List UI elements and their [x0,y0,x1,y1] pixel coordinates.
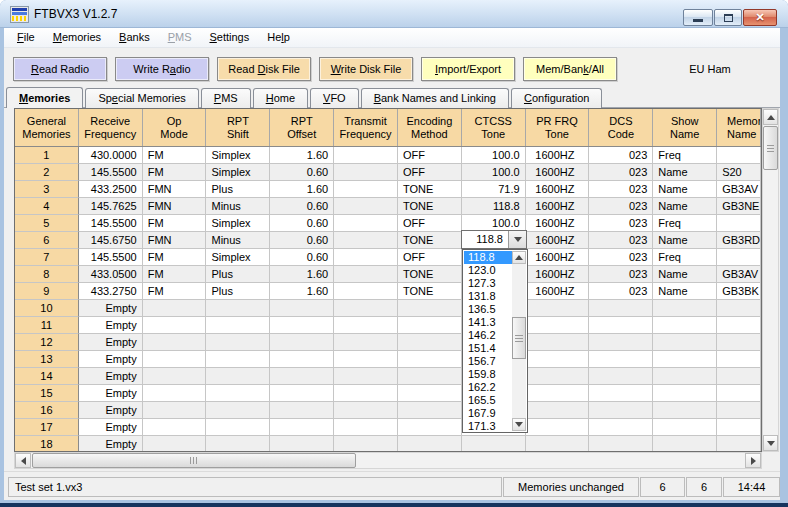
dropdown-option-162-2[interactable]: 162.2 [464,381,512,394]
dropdown-option-141-3[interactable]: 141.3 [464,316,512,329]
grid-cell[interactable]: Name [653,164,717,181]
grid-cell[interactable]: Empty [79,334,143,351]
dropdown-option-127-3[interactable]: 127.3 [464,277,512,290]
menu-file[interactable]: File [8,29,44,46]
grid-cell[interactable]: 023 [589,198,653,215]
grid-cell[interactable] [206,436,270,452]
grid-cell[interactable]: OFF [398,249,462,266]
grid-cell[interactable] [270,300,334,317]
grid-cell[interactable] [206,402,270,419]
grid-cell[interactable]: GB3NE [717,198,761,215]
row-number-cell[interactable]: 1 [15,147,79,164]
grid-cell[interactable]: 023 [589,147,653,164]
grid-cell[interactable] [398,402,462,419]
grid-cell[interactable] [270,436,334,452]
row-number-cell[interactable]: 9 [15,283,79,300]
grid-cell[interactable] [589,334,653,351]
grid-cell[interactable]: 1600HZ [526,283,590,300]
grid-cell[interactable]: 433.2750 [79,283,143,300]
grid-cell[interactable]: Name [653,181,717,198]
grid-cell[interactable] [206,317,270,334]
grid-cell[interactable]: Simplex [206,249,270,266]
grid-cell[interactable] [206,300,270,317]
grid-cell[interactable] [653,419,717,436]
grid-cell[interactable] [206,334,270,351]
grid-cell[interactable] [653,402,717,419]
dropdown-option-165-5[interactable]: 165.5 [464,394,512,407]
grid-cell[interactable]: 1600HZ [526,181,590,198]
grid-cell[interactable]: TONE [398,232,462,249]
grid-cell[interactable] [526,419,590,436]
dropdown-option-123-0[interactable]: 123.0 [464,264,512,277]
grid-cell[interactable]: Name [653,198,717,215]
grid-cell[interactable]: S20 [717,164,761,181]
grid-cell[interactable]: 145.7625 [79,198,143,215]
grid-cell[interactable]: 0.60 [270,215,334,232]
close-button[interactable]: ✕ [743,9,777,26]
dropdown-option-136-5[interactable]: 136.5 [464,303,512,316]
grid-cell[interactable] [143,402,207,419]
tab-home[interactable]: Home [253,88,308,108]
grid-cell[interactable]: OFF [398,164,462,181]
grid-cell[interactable]: 023 [589,215,653,232]
grid-cell[interactable] [653,300,717,317]
maximize-button[interactable] [714,9,742,26]
grid-cell[interactable] [589,317,653,334]
menu-memories[interactable]: Memories [44,29,110,46]
grid-cell[interactable] [270,385,334,402]
grid-cell[interactable] [334,215,398,232]
grid-cell[interactable]: 433.0500 [79,266,143,283]
grid-cell[interactable] [206,351,270,368]
grid-cell[interactable] [526,334,590,351]
row-number-cell[interactable]: 13 [15,351,79,368]
grid-cell[interactable] [653,334,717,351]
scroll-left-button[interactable] [15,453,31,468]
horizontal-scrollbar[interactable] [14,452,762,469]
menu-banks[interactable]: Banks [110,29,159,46]
grid-cell[interactable] [143,436,207,452]
tab-bank-names-and-linking[interactable]: Bank Names and Linking [361,88,509,108]
tab-special-memories[interactable]: Special Memories [85,88,198,108]
grid-cell[interactable] [589,300,653,317]
grid-cell[interactable] [589,385,653,402]
grid-cell[interactable]: FM [143,283,207,300]
grid-cell[interactable] [270,317,334,334]
grid-cell[interactable] [589,368,653,385]
grid-cell[interactable]: Freq [653,215,717,232]
grid-cell[interactable] [398,436,462,452]
grid-cell[interactable] [526,368,590,385]
grid-cell[interactable] [334,164,398,181]
title-bar[interactable]: FTBVX3 V1.2.7 ✕ [0,0,788,28]
grid-cell[interactable]: FM [143,249,207,266]
grid-cell[interactable] [717,249,761,266]
grid-cell[interactable] [206,368,270,385]
grid-cell[interactable]: TONE [398,266,462,283]
tab-vfo[interactable]: VFO [310,88,359,108]
grid-cell[interactable]: 023 [589,266,653,283]
row-number-cell[interactable]: 10 [15,300,79,317]
grid-cell[interactable] [526,402,590,419]
grid-cell[interactable] [334,198,398,215]
grid-cell[interactable] [270,402,334,419]
menu-help[interactable]: Help [258,29,299,46]
tab-pms[interactable]: PMS [201,88,251,108]
grid-cell[interactable]: Empty [79,317,143,334]
grid-cell[interactable] [398,385,462,402]
grid-cell[interactable] [717,147,761,164]
grid-cell[interactable]: Simplex [206,215,270,232]
grid-cell[interactable]: 430.0000 [79,147,143,164]
row-number-cell[interactable]: 15 [15,385,79,402]
import-export-button[interactable]: Import/Export [421,57,515,81]
row-number-cell[interactable]: 6 [15,232,79,249]
grid-cell[interactable] [334,385,398,402]
grid-cell[interactable]: Empty [79,300,143,317]
grid-cell[interactable]: 433.2500 [79,181,143,198]
grid-cell[interactable] [717,419,761,436]
grid-cell[interactable] [526,300,590,317]
grid-cell[interactable] [334,249,398,266]
grid-cell[interactable] [334,334,398,351]
grid-cell[interactable]: 1600HZ [526,232,590,249]
dropdown-option-118-8[interactable]: 118.8 [464,251,512,264]
grid-cell[interactable] [270,334,334,351]
grid-cell[interactable] [334,317,398,334]
